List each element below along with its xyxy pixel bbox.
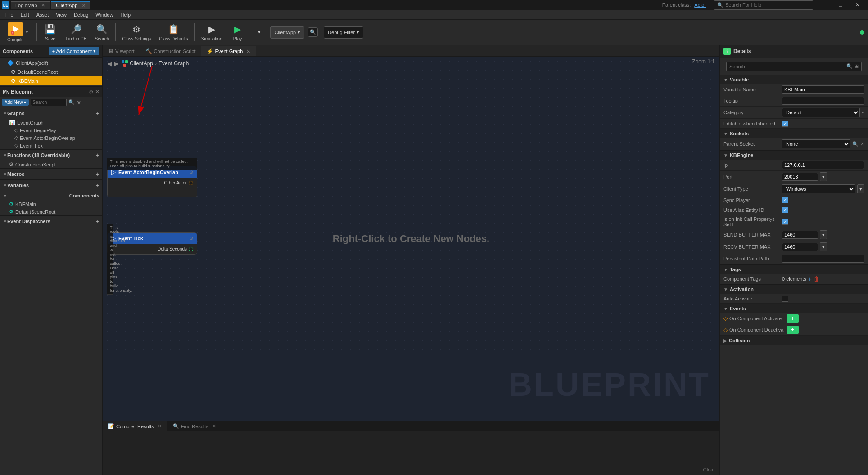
clientapp-tab-close[interactable]: ✕ (82, 3, 86, 8)
node2-settings-icon[interactable]: ⊙ (190, 236, 193, 241)
maximize-button[interactable]: □ (832, 0, 849, 10)
bp-view-icon[interactable]: 👁 (77, 100, 81, 105)
client-type-select[interactable]: Windows (782, 184, 855, 193)
graphs-add-icon[interactable]: + (96, 110, 99, 117)
parent-socket-select[interactable]: None (782, 139, 850, 148)
event-graph-tab[interactable]: ⚡ Event Graph ✕ (201, 46, 256, 56)
node1-settings-icon[interactable]: ⊙ (190, 170, 193, 175)
bp-collapse-icon[interactable]: ✕ (95, 89, 99, 95)
variable-section-header[interactable]: ▼ Variable (720, 75, 868, 84)
graphs-section-header[interactable]: ▼ Graphs + (0, 108, 102, 119)
parent-class-link[interactable]: Actor (694, 2, 706, 8)
menu-view[interactable]: View (52, 11, 70, 18)
event-begin-play-item[interactable]: ◇ Event BeginPlay (0, 126, 102, 134)
events-section-header[interactable]: ▼ Events (720, 304, 868, 313)
toolbar-dropdown-button[interactable]: ▾ (254, 21, 264, 44)
functions-add-icon[interactable]: + (96, 152, 99, 159)
tooltip-input[interactable] (782, 97, 864, 105)
compile-dropdown[interactable]: ▾ (24, 21, 30, 44)
variables-add-icon[interactable]: + (96, 182, 99, 189)
search-help-input[interactable] (725, 2, 810, 8)
functions-section-header[interactable]: ▼ Functions (18 Overridable) + (0, 150, 102, 161)
bp-search-icon[interactable]: 🔍 (68, 99, 75, 105)
node2[interactable]: ▷ Event Tick ⊙ Delta Seconds (107, 232, 197, 255)
save-button[interactable]: 💾 Save (40, 21, 61, 44)
event-actor-begin-overlap-item[interactable]: ◇ Event ActorBeginOverlap (0, 134, 102, 142)
component-item-kbemain[interactable]: ⚙ KBEMain (0, 76, 102, 85)
component-item-clientapp[interactable]: 🔷 ClientApp(self) (0, 58, 102, 67)
macros-add-icon[interactable]: + (96, 170, 99, 178)
variable-name-input[interactable] (782, 85, 864, 94)
macros-section-header[interactable]: ▼ Macros + (0, 169, 102, 179)
tags-delete-button[interactable]: 🗑 (814, 275, 820, 282)
client-app-button[interactable]: ClientApp ▾ (270, 26, 304, 39)
menu-file[interactable]: File (2, 11, 17, 18)
recv-buffer-input[interactable] (782, 243, 818, 251)
play-button[interactable]: ▶ Play (226, 21, 248, 44)
collision-section-header[interactable]: ▶ Collision (720, 336, 868, 345)
sockets-section-header[interactable]: ▼ Sockets (720, 129, 868, 138)
event-graph-tab-close[interactable]: ✕ (246, 49, 250, 54)
menu-window[interactable]: Window (92, 11, 117, 18)
compiler-results-close[interactable]: ✕ (158, 423, 162, 429)
graph-area[interactable]: ◀ ▶ ClientApp › Event Graph Zoom 1:1 (103, 57, 719, 421)
use-alias-checkbox[interactable]: ✓ (782, 207, 788, 213)
menu-edit[interactable]: Edit (17, 11, 33, 18)
menu-help[interactable]: Help (117, 11, 134, 18)
menu-debug[interactable]: Debug (70, 11, 92, 18)
send-buffer-spin-button[interactable]: ▾ (820, 230, 827, 239)
kbengine-section-header[interactable]: ▼ KBEngine (720, 151, 868, 160)
bp-settings-icon[interactable]: ⚙ (89, 89, 94, 95)
on-component-deactivate-button[interactable]: + (787, 326, 799, 334)
recv-buffer-spin-button[interactable]: ▾ (820, 242, 827, 251)
send-buffer-input[interactable] (782, 231, 818, 239)
component-item-defaultsceneroot[interactable]: ⚙ DefaultSceneRoot (0, 67, 102, 76)
construction-script-tab[interactable]: 🔨 Construction Script (140, 46, 201, 56)
compile-button[interactable]: ! Compile ▾ (4, 21, 34, 44)
on-component-activate-button[interactable]: + (787, 314, 799, 323)
graph-back-button[interactable]: ◀ (107, 60, 112, 67)
activation-section-header[interactable]: ▼ Activation (720, 285, 868, 294)
debug-search-icon[interactable]: 🔍 (308, 27, 318, 37)
add-component-button[interactable]: + Add Component ▾ (49, 47, 99, 55)
port-spin-button[interactable]: ▾ (820, 172, 827, 181)
bp-components-section-header[interactable]: ▼ Components (0, 191, 102, 200)
is-on-init-checkbox[interactable]: ✓ (782, 219, 788, 225)
class-settings-button[interactable]: ⚙ Class Settings (118, 21, 154, 44)
ip-input[interactable] (782, 161, 864, 169)
persistent-data-input[interactable] (782, 255, 864, 263)
sync-player-checkbox[interactable]: ✓ (782, 197, 788, 203)
port-input[interactable] (782, 173, 818, 181)
find-results-tab[interactable]: 🔍 Find Results ✕ (167, 421, 222, 431)
details-view-toggle-icon[interactable]: ⊞ (854, 63, 859, 69)
viewport-tab[interactable]: 🖥 Viewport (103, 46, 140, 56)
bp-add-button[interactable]: Add New ▾ (2, 99, 29, 106)
close-button[interactable]: ✕ (849, 0, 866, 10)
event-dispatchers-add-icon[interactable]: + (96, 218, 99, 225)
clear-button[interactable]: Clear (703, 467, 715, 472)
editable-inherited-checkbox[interactable]: ✓ (782, 121, 788, 127)
variables-section-header[interactable]: ▼ Variables + (0, 180, 102, 191)
find-in-cb-button[interactable]: 🔎 Find in CB (62, 21, 90, 44)
tags-section-header[interactable]: ▼ Tags (720, 265, 868, 274)
debug-filter-button[interactable]: Debug Filter ▾ (324, 26, 363, 39)
node1[interactable]: ▷ Event ActorBeginOverlap ⊙ Other Actor (107, 166, 197, 197)
bp-defaultsceneroot-item[interactable]: ⚙ DefaultSceneRoot (0, 208, 102, 215)
find-results-close[interactable]: ✕ (212, 423, 216, 429)
category-select[interactable]: Default (782, 108, 860, 117)
node1-other-actor-pin[interactable] (189, 181, 193, 185)
event-tick-item[interactable]: ◇ Event Tick (0, 142, 102, 149)
tags-add-button[interactable]: + (808, 275, 812, 282)
tab-clientapp[interactable]: ClientApp ✕ (51, 1, 90, 9)
parent-socket-search-icon[interactable]: 🔍 (852, 141, 859, 147)
client-type-spin-button[interactable]: ▾ (857, 184, 864, 193)
details-search-input[interactable] (729, 64, 845, 69)
compiler-results-tab[interactable]: 📝 Compiler Results ✕ (103, 421, 167, 431)
bp-search-input[interactable] (31, 99, 67, 106)
node2-delta-pin[interactable] (189, 247, 193, 251)
graph-forward-button[interactable]: ▶ (114, 60, 119, 67)
class-defaults-button[interactable]: 📋 Class Defaults (155, 21, 191, 44)
bp-kbemain-item[interactable]: ⚙ KBEMain (0, 200, 102, 208)
menu-asset[interactable]: Asset (33, 11, 53, 18)
loginmap-tab-close[interactable]: ✕ (41, 3, 45, 8)
